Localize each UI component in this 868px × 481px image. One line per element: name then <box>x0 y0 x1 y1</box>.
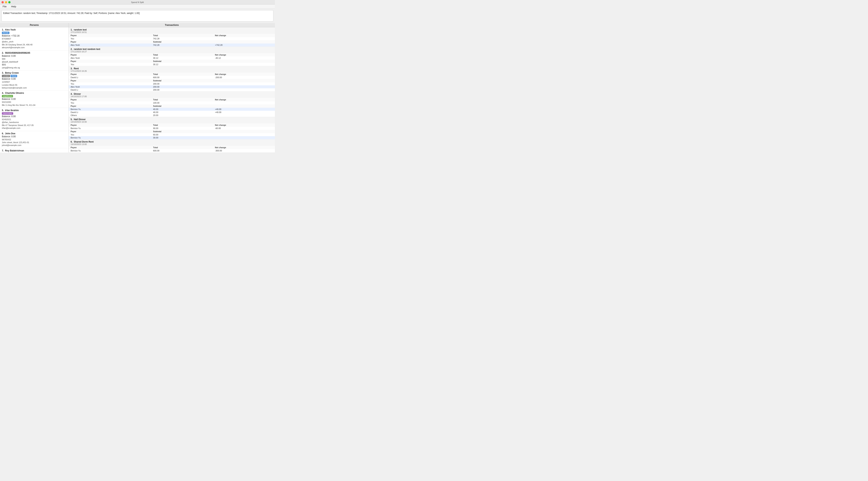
person-name: 2. 59203458092840598245 <box>2 52 67 54</box>
row-subtotal: 200.00 <box>151 85 213 88</box>
row-name: Others <box>69 114 151 117</box>
transaction-title: 2. random text random text <box>71 48 273 51</box>
row-name: Bernice Yu <box>69 108 151 111</box>
transactions-header: Transactions <box>69 23 275 27</box>
person-details: 92492021@irfan_handsomeBlk 47 Tampines S… <box>2 118 67 130</box>
payee-row: Alex Yeoh 30.12 -30.12 <box>69 57 275 60</box>
minimize-button[interactable] <box>5 1 7 3</box>
person-item[interactable]: 6. John Doe Balance: 0.00 98765432John s… <box>0 131 68 148</box>
transaction-date: 17/11/2023 16:51 <box>71 31 273 33</box>
row-subtotal: 200.00 <box>151 82 213 85</box>
payee-row: Bernice Yu 90.00 -60.00 <box>69 127 275 130</box>
person-address: John street, block 123,#01-01 <box>2 141 67 144</box>
person-name: 7. Roy Balakrishnan <box>2 149 67 152</box>
table-row: David Li 40.00 +40.00 <box>69 111 275 114</box>
window-controls[interactable] <box>1 1 10 3</box>
payee-row: You 100.00 <box>69 101 275 104</box>
transaction-header: 1. random text 17/11/2023 16:51 <box>69 27 275 34</box>
transaction-block: 3. Rent 17/11/2023 16:26 Payee Total Net… <box>69 66 275 92</box>
transaction-date: 17/11/2023 16:26 <box>71 70 273 72</box>
edit-box-text: Edited Transaction: random text; Timesta… <box>3 12 140 14</box>
table-row: You 30.12 <box>69 63 275 66</box>
payee-name: Bernice Yu <box>69 149 151 152</box>
window-title-text: Spend N Split <box>131 1 144 3</box>
person-address: Blk 11 Ang Mo Kio Street 74, #11-04 <box>2 104 67 107</box>
table-row: You 60.00 <box>69 133 275 136</box>
payer-subtotal-header: Payer Subtotal <box>69 130 275 133</box>
row-name: Alex Yeoh <box>69 85 151 88</box>
row-net <box>213 114 275 117</box>
transaction-table: Payee Total Net change David Li 600.00 -… <box>69 72 275 91</box>
payer-subtotal-header: Payer Subtotal <box>69 60 275 63</box>
row-net: +40.00 <box>213 111 275 114</box>
col-net-header: Net change <box>213 53 275 57</box>
person-details: 93210283Blk 11 Ang Mo Kio Street 74, #11… <box>2 101 67 107</box>
person-details: 1234567London Block 55betsycrowe@example… <box>2 81 67 89</box>
col-payee-header: Payee <box>69 34 151 37</box>
person-phone: 1234567 <box>2 81 67 84</box>
col-payee-header: Payee <box>69 98 151 101</box>
maximize-button[interactable] <box>8 1 10 3</box>
payee-name: Bernice Yu <box>69 127 151 130</box>
payee-total: 742.28 <box>151 37 213 40</box>
row-net <box>213 85 275 88</box>
person-item[interactable]: 7. Roy Balakrishnan colleagues Balance: … <box>0 148 68 153</box>
transaction-table: Payee Total Net change Bernice Yu 600.00… <box>69 146 275 153</box>
row-subtotal: 40.00 <box>151 108 213 111</box>
transaction-block: 5. Hall Dinner 13/10/2023 16:00 Payee To… <box>69 117 275 139</box>
row-subtotal: 30.12 <box>151 63 213 66</box>
col-total-header: Total <box>151 146 213 149</box>
transaction-header: 5. Hall Dinner 13/10/2023 16:00 <box>69 117 275 123</box>
person-balance: Balance: 0.00 <box>2 135 67 138</box>
person-item[interactable]: 4. Charlotte Oliveiro neighbours Balance… <box>0 91 68 108</box>
menubar: File Help <box>0 4 275 9</box>
person-item[interactable]: 2. 59203458092840598245 Balance: 0.00 99… <box>0 51 68 71</box>
person-name: 4. Charlotte Oliveiro <box>2 92 67 94</box>
payee-total: 600.00 <box>151 76 213 79</box>
person-balance: Balance: 0.00 <box>2 98 67 100</box>
menu-help[interactable]: Help <box>10 5 17 8</box>
window-title: Spend N Split <box>131 1 144 3</box>
payer-subtotal-header: Payer Subtotal <box>69 40 275 43</box>
net-change-label <box>213 130 275 133</box>
person-tags: classmates <box>2 112 67 115</box>
transaction-header: 4. Dinner 14/10/2023 17:00 <box>69 92 275 98</box>
table-row: Bernice Yu 40.00 +40.00 <box>69 108 275 111</box>
row-net: +742.28 <box>213 43 275 47</box>
table-header-row: Payee Total Net change <box>69 123 275 127</box>
payee-net: -200.00 <box>213 76 275 79</box>
person-tags: colleagues <box>2 152 67 153</box>
transaction-title: 4. Dinner <box>71 93 273 95</box>
person-email: irfan@example.com <box>2 127 67 129</box>
transaction-header: 2. random text random text 17/11/2023 16… <box>69 47 275 53</box>
person-phone: 999 <box>2 58 67 60</box>
person-item[interactable]: 3. Betsy Crowe Londonfriend Balance: 0.0… <box>0 70 68 91</box>
person-email: betsycrowe@example.com <box>2 86 67 89</box>
net-change-label <box>213 104 275 108</box>
row-name: David Li <box>69 88 151 91</box>
col-payee-header: Payee <box>69 123 151 127</box>
person-tags: neighbours <box>2 95 67 98</box>
row-subtotal: 40.00 <box>151 111 213 114</box>
person-item[interactable]: 1. Alex Yeoh friends Balance: +732.16 87… <box>0 27 68 51</box>
row-net <box>213 136 275 139</box>
transaction-header: 3. Rent 17/11/2023 16:26 <box>69 66 275 72</box>
person-name: 3. Betsy Crowe <box>2 71 67 74</box>
person-item[interactable]: 5. Irfan Ibrahim classmates Balance: 0.0… <box>0 108 68 131</box>
transaction-table: Payee Total Net change You 100.00 Payer … <box>69 98 275 117</box>
close-button[interactable] <box>1 1 4 3</box>
transaction-date: 17/11/2023 16:27 <box>71 51 273 53</box>
payer-label: Payer <box>69 104 151 108</box>
person-tag: friend <box>10 75 17 77</box>
menu-file[interactable]: File <box>1 5 8 8</box>
row-net <box>213 88 275 91</box>
payer-label: Payer <box>69 152 151 153</box>
col-net-header: Net change <box>213 34 275 37</box>
person-balance: Balance: 0.00 <box>2 55 67 57</box>
col-net-header: Net change <box>213 123 275 127</box>
col-payee-header: Payee <box>69 72 151 76</box>
row-net <box>213 82 275 85</box>
col-total-header: Total <box>151 123 213 127</box>
transaction-block: 6. Shared Dorm Rent 13/10/2023 13:00 Pay… <box>69 139 275 153</box>
net-change-label <box>213 60 275 63</box>
